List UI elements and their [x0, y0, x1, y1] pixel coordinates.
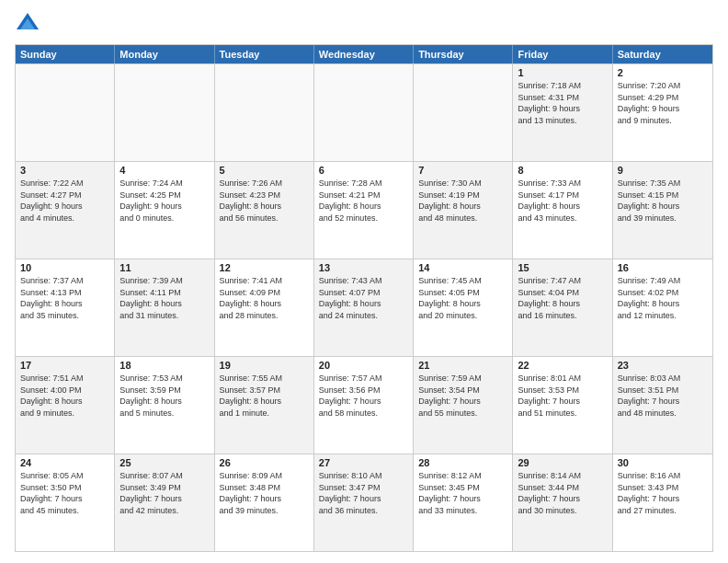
day-number: 18	[119, 360, 209, 371]
calendar-row-4: 17Sunrise: 7:51 AM Sunset: 4:00 PM Dayli…	[16, 356, 712, 454]
day-info: Sunrise: 8:12 AM Sunset: 3:45 PM Dayligh…	[418, 470, 507, 516]
day-info: Sunrise: 8:07 AM Sunset: 3:49 PM Dayligh…	[119, 470, 209, 516]
day-info: Sunrise: 7:51 AM Sunset: 4:00 PM Dayligh…	[20, 373, 109, 419]
day-number: 22	[518, 360, 607, 371]
day-info: Sunrise: 7:47 AM Sunset: 4:04 PM Dayligh…	[518, 275, 607, 321]
header-day-sunday: Sunday	[16, 45, 115, 63]
calendar-cell-day-16: 16Sunrise: 7:49 AM Sunset: 4:02 PM Dayli…	[613, 259, 712, 356]
day-info: Sunrise: 7:30 AM Sunset: 4:19 PM Dayligh…	[418, 178, 507, 224]
day-number: 2	[618, 67, 708, 78]
day-info: Sunrise: 8:10 AM Sunset: 3:47 PM Dayligh…	[319, 470, 408, 516]
day-info: Sunrise: 7:24 AM Sunset: 4:25 PM Dayligh…	[119, 178, 209, 224]
calendar-cell-empty	[414, 64, 513, 161]
day-number: 14	[418, 262, 507, 273]
calendar-cell-day-28: 28Sunrise: 8:12 AM Sunset: 3:45 PM Dayli…	[414, 454, 513, 551]
day-info: Sunrise: 8:09 AM Sunset: 3:48 PM Dayligh…	[220, 470, 309, 516]
day-number: 26	[220, 457, 309, 468]
calendar-cell-empty	[16, 64, 115, 161]
header-day-saturday: Saturday	[613, 45, 712, 63]
day-info: Sunrise: 8:14 AM Sunset: 3:44 PM Dayligh…	[518, 470, 607, 516]
calendar-cell-day-21: 21Sunrise: 7:59 AM Sunset: 3:54 PM Dayli…	[414, 357, 513, 454]
day-number: 27	[319, 457, 408, 468]
day-info: Sunrise: 7:18 AM Sunset: 4:31 PM Dayligh…	[518, 80, 607, 126]
calendar-cell-empty	[314, 64, 414, 161]
day-number: 5	[220, 165, 309, 176]
calendar-cell-day-10: 10Sunrise: 7:37 AM Sunset: 4:13 PM Dayli…	[16, 259, 115, 356]
day-info: Sunrise: 8:01 AM Sunset: 3:53 PM Dayligh…	[518, 373, 607, 419]
day-number: 28	[418, 457, 507, 468]
day-info: Sunrise: 7:35 AM Sunset: 4:15 PM Dayligh…	[618, 178, 708, 224]
calendar-cell-day-8: 8Sunrise: 7:33 AM Sunset: 4:17 PM Daylig…	[513, 162, 612, 259]
day-number: 20	[319, 360, 408, 371]
calendar-cell-day-5: 5Sunrise: 7:26 AM Sunset: 4:23 PM Daylig…	[215, 162, 314, 259]
page: SundayMondayTuesdayWednesdayThursdayFrid…	[0, 0, 728, 563]
calendar-cell-day-3: 3Sunrise: 7:22 AM Sunset: 4:27 PM Daylig…	[16, 162, 115, 259]
day-info: Sunrise: 7:22 AM Sunset: 4:27 PM Dayligh…	[20, 178, 109, 224]
calendar-cell-day-25: 25Sunrise: 8:07 AM Sunset: 3:49 PM Dayli…	[115, 454, 214, 551]
calendar: SundayMondayTuesdayWednesdayThursdayFrid…	[15, 44, 713, 552]
calendar-cell-day-18: 18Sunrise: 7:53 AM Sunset: 3:59 PM Dayli…	[115, 357, 214, 454]
calendar-cell-day-2: 2Sunrise: 7:20 AM Sunset: 4:29 PM Daylig…	[613, 64, 712, 161]
calendar-cell-day-15: 15Sunrise: 7:47 AM Sunset: 4:04 PM Dayli…	[513, 259, 612, 356]
day-info: Sunrise: 7:55 AM Sunset: 3:57 PM Dayligh…	[220, 373, 309, 419]
day-number: 8	[518, 165, 607, 176]
header	[15, 11, 713, 37]
calendar-cell-day-20: 20Sunrise: 7:57 AM Sunset: 3:56 PM Dayli…	[314, 357, 414, 454]
calendar-row-3: 10Sunrise: 7:37 AM Sunset: 4:13 PM Dayli…	[16, 259, 712, 356]
day-number: 1	[518, 67, 607, 78]
logo	[15, 11, 44, 37]
calendar-cell-day-4: 4Sunrise: 7:24 AM Sunset: 4:25 PM Daylig…	[115, 162, 214, 259]
header-day-tuesday: Tuesday	[215, 45, 314, 63]
day-number: 23	[618, 360, 708, 371]
calendar-cell-day-7: 7Sunrise: 7:30 AM Sunset: 4:19 PM Daylig…	[414, 162, 513, 259]
day-number: 24	[20, 457, 109, 468]
day-info: Sunrise: 7:49 AM Sunset: 4:02 PM Dayligh…	[618, 275, 708, 321]
day-number: 12	[220, 262, 309, 273]
day-number: 21	[418, 360, 507, 371]
calendar-cell-day-12: 12Sunrise: 7:41 AM Sunset: 4:09 PM Dayli…	[215, 259, 314, 356]
calendar-cell-day-6: 6Sunrise: 7:28 AM Sunset: 4:21 PM Daylig…	[314, 162, 414, 259]
day-number: 15	[518, 262, 607, 273]
day-info: Sunrise: 7:57 AM Sunset: 3:56 PM Dayligh…	[319, 373, 408, 419]
day-number: 17	[20, 360, 109, 371]
day-info: Sunrise: 7:39 AM Sunset: 4:11 PM Dayligh…	[119, 275, 209, 321]
day-number: 13	[319, 262, 408, 273]
day-info: Sunrise: 7:41 AM Sunset: 4:09 PM Dayligh…	[220, 275, 309, 321]
day-info: Sunrise: 7:26 AM Sunset: 4:23 PM Dayligh…	[220, 178, 309, 224]
calendar-cell-day-1: 1Sunrise: 7:18 AM Sunset: 4:31 PM Daylig…	[513, 64, 612, 161]
header-day-monday: Monday	[115, 45, 214, 63]
day-number: 16	[618, 262, 708, 273]
day-number: 7	[418, 165, 507, 176]
calendar-cell-empty	[215, 64, 314, 161]
calendar-body: 1Sunrise: 7:18 AM Sunset: 4:31 PM Daylig…	[16, 63, 712, 551]
calendar-cell-empty	[115, 64, 214, 161]
calendar-cell-day-29: 29Sunrise: 8:14 AM Sunset: 3:44 PM Dayli…	[513, 454, 612, 551]
calendar-cell-day-30: 30Sunrise: 8:16 AM Sunset: 3:43 PM Dayli…	[613, 454, 712, 551]
calendar-cell-day-19: 19Sunrise: 7:55 AM Sunset: 3:57 PM Dayli…	[215, 357, 314, 454]
day-number: 9	[618, 165, 708, 176]
day-number: 11	[119, 262, 209, 273]
header-day-friday: Friday	[513, 45, 612, 63]
day-info: Sunrise: 7:53 AM Sunset: 3:59 PM Dayligh…	[119, 373, 209, 419]
day-info: Sunrise: 7:43 AM Sunset: 4:07 PM Dayligh…	[319, 275, 408, 321]
calendar-cell-day-23: 23Sunrise: 8:03 AM Sunset: 3:51 PM Dayli…	[613, 357, 712, 454]
day-number: 4	[119, 165, 209, 176]
header-day-wednesday: Wednesday	[314, 45, 414, 63]
day-number: 10	[20, 262, 109, 273]
day-number: 25	[119, 457, 209, 468]
day-number: 3	[20, 165, 109, 176]
day-number: 6	[319, 165, 408, 176]
day-number: 19	[220, 360, 309, 371]
logo-icon	[15, 11, 40, 37]
day-info: Sunrise: 8:05 AM Sunset: 3:50 PM Dayligh…	[20, 470, 109, 516]
day-info: Sunrise: 7:33 AM Sunset: 4:17 PM Dayligh…	[518, 178, 607, 224]
day-info: Sunrise: 7:59 AM Sunset: 3:54 PM Dayligh…	[418, 373, 507, 419]
calendar-row-5: 24Sunrise: 8:05 AM Sunset: 3:50 PM Dayli…	[16, 454, 712, 551]
calendar-cell-day-22: 22Sunrise: 8:01 AM Sunset: 3:53 PM Dayli…	[513, 357, 612, 454]
day-number: 29	[518, 457, 607, 468]
day-info: Sunrise: 7:20 AM Sunset: 4:29 PM Dayligh…	[618, 80, 708, 126]
calendar-cell-day-26: 26Sunrise: 8:09 AM Sunset: 3:48 PM Dayli…	[215, 454, 314, 551]
day-info: Sunrise: 8:16 AM Sunset: 3:43 PM Dayligh…	[618, 470, 708, 516]
day-info: Sunrise: 7:37 AM Sunset: 4:13 PM Dayligh…	[20, 275, 109, 321]
calendar-header: SundayMondayTuesdayWednesdayThursdayFrid…	[16, 45, 712, 63]
